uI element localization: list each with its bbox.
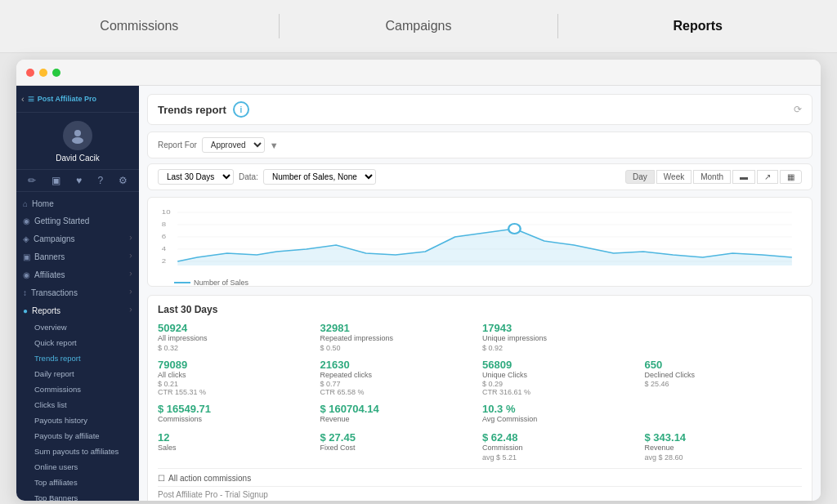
stat-sub-unique-impressions: $ 0.92 (482, 344, 640, 352)
stat-sub-all-impressions: $ 0.32 (158, 344, 316, 352)
submenu-quick-report[interactable]: Quick report (16, 335, 139, 350)
stat-label-all-impressions: All impressions (158, 334, 316, 344)
stat-fixed-cost: $ 27.45 Fixed Cost (320, 431, 478, 462)
stat-value-repeated-impressions: 32981 (320, 322, 478, 334)
submenu-payouts-by-affiliate[interactable]: Payouts by affiliate (16, 428, 139, 444)
stat-empty-1 (645, 322, 803, 352)
date-range-select[interactable]: Last 30 Days (158, 169, 234, 185)
sidebar-item-reports[interactable]: ● Reports (16, 301, 139, 319)
sidebar-header: ‹ ≡ Post Affiliate Pro (16, 86, 139, 113)
back-icon[interactable]: ‹ (21, 94, 25, 104)
stat-commission-sale: $ 62.48 Commission avg $ 5.21 (482, 431, 640, 462)
submenu-payouts-history[interactable]: Payouts history (16, 413, 139, 428)
submenu-trends-report[interactable]: Trends report (16, 350, 139, 366)
sidebar-item-home[interactable]: ⌂ Home (16, 195, 139, 212)
home-icon: ⌂ (23, 199, 28, 208)
filter-icon[interactable]: ▼ (270, 140, 279, 150)
sidebar-nav: ⌂ Home ◉ Getting Started ◈ Campaigns ▣ B… (16, 192, 139, 501)
avatar-icon (69, 127, 86, 144)
sidebar-item-transactions[interactable]: ↕ Transactions (16, 283, 139, 301)
stat-label-repeated-clicks: Repeated clicks (320, 371, 478, 381)
svg-point-1 (72, 137, 83, 144)
stat-all-impressions: 50924 All impressions $ 0.32 (158, 322, 316, 352)
stat-label-unique-impressions: Unique impressions (482, 334, 640, 344)
nav-label-transactions: Transactions (31, 288, 78, 297)
data-label: Data: (239, 172, 258, 181)
sidebar-item-banners[interactable]: ▣ Banners (16, 248, 139, 265)
stat-label-declined-clicks: Declined Clicks (645, 371, 803, 381)
stat-value-revenue: $ 160704.14 (320, 403, 478, 415)
reports-icon: ● (23, 306, 28, 315)
nav-label-getting-started: Getting Started (34, 216, 89, 225)
nav-label-home: Home (32, 199, 54, 208)
stat-label-avg-commission: Avg Commission (482, 415, 640, 425)
page-title-row: Trends report i (158, 101, 249, 118)
submenu-online-users[interactable]: Online users (16, 459, 139, 475)
sidebar-toolbar: ✏ ▣ ♥ ? ⚙ (16, 170, 139, 192)
submenu-top-banners[interactable]: Top Banners (16, 490, 139, 501)
stat-avg-commission: 10.3 % Avg Commission (482, 403, 640, 425)
stat-all-clicks: 79089 All clicks $ 0.21 CTR 155.31 % (158, 359, 316, 397)
sidebar-item-campaigns[interactable]: ◈ Campaigns (16, 230, 139, 248)
stat-label-sales: Sales (158, 444, 316, 453)
submenu-overview[interactable]: Overview (16, 319, 139, 335)
filter-select[interactable]: Approved (202, 137, 265, 153)
data-type-select[interactable]: Number of Sales, None (263, 169, 376, 185)
chart-btn-month[interactable]: Month (693, 170, 731, 184)
info-icon[interactable]: i (233, 101, 249, 118)
chart-btn-bar[interactable]: ▬ (732, 170, 755, 184)
stat-label-fixed-cost: Fixed Cost (320, 444, 478, 453)
submenu-top-affiliates[interactable]: Top affiliates (16, 475, 139, 490)
chart-btn-area[interactable]: ▦ (780, 170, 802, 184)
page-header: Trends report i ⟳ (147, 94, 812, 125)
stat-value-fixed-cost: $ 27.45 (320, 431, 478, 444)
svg-text:4: 4 (162, 245, 166, 252)
submenu-commissions[interactable]: Commissions (16, 381, 139, 397)
stat-label-all-clicks: All clicks (158, 371, 316, 381)
nav-label-affiliates: Affiliates (34, 270, 65, 279)
stat-value-all-clicks: 79089 (158, 359, 316, 371)
data-row: Last 30 Days Data: Number of Sales, None… (147, 163, 812, 190)
edit-icon[interactable]: ✏ (28, 175, 36, 186)
sidebar-item-getting-started[interactable]: ◉ Getting Started (16, 212, 139, 230)
stats-section: Last 30 Days 50924 All impressions $ 0.3… (147, 295, 812, 501)
stat-value-declined-clicks: 650 (645, 359, 803, 371)
top-tabs: Commissions Campaigns Reports (0, 0, 837, 53)
legend-line (174, 282, 190, 283)
submenu-daily-report[interactable]: Daily report (16, 366, 139, 381)
refresh-icon[interactable]: ⟳ (794, 104, 802, 115)
heart-icon[interactable]: ♥ (76, 175, 82, 186)
dot-yellow[interactable] (39, 69, 47, 77)
svg-point-12 (508, 224, 521, 234)
browser-window: ‹ ≡ Post Affiliate Pro David Cacik ✏ ▣ ♥… (16, 60, 821, 501)
stat-sub-revenue-sale: avg $ 28.60 (645, 453, 803, 462)
tab-campaigns[interactable]: Campaigns (280, 11, 558, 42)
settings-icon[interactable]: ⚙ (119, 175, 128, 186)
stat-value-unique-clicks: 56809 (482, 359, 640, 371)
nav-label-campaigns: Campaigns (34, 234, 75, 243)
sidebar-item-affiliates[interactable]: ◉ Affiliates (16, 265, 139, 283)
affiliates-icon: ◉ (23, 270, 30, 279)
stat-sub-all-clicks: $ 0.21 CTR 155.31 % (158, 380, 316, 396)
stat-value-revenue-sale: $ 343.14 (645, 431, 803, 444)
chart-btn-line[interactable]: ↗ (757, 170, 778, 184)
submenu-clicks-list[interactable]: Clicks list (16, 397, 139, 413)
stat-value-avg-commission: 10.3 % (482, 403, 640, 415)
monitor-icon[interactable]: ▣ (51, 175, 60, 186)
chart-type-buttons: Day Week Month ▬ ↗ ▦ (625, 170, 802, 184)
tab-reports[interactable]: Reports (558, 11, 837, 42)
chart-btn-week[interactable]: Week (656, 170, 692, 184)
svg-text:8: 8 (162, 221, 166, 228)
stat-empty-2 (645, 403, 803, 425)
tab-commissions[interactable]: Commissions (0, 11, 279, 42)
help-icon[interactable]: ? (97, 175, 103, 186)
dot-red[interactable] (26, 69, 34, 77)
dot-green[interactable] (52, 69, 60, 77)
stat-commissions: $ 16549.71 Commissions (158, 403, 316, 425)
svg-point-0 (74, 130, 81, 136)
chart-btn-day[interactable]: Day (625, 170, 655, 184)
submenu-sum-payouts[interactable]: Sum payouts to affiliates (16, 444, 139, 459)
legend-label: Number of Sales (194, 279, 248, 287)
all-action-commissions-link[interactable]: ☐ All action commissions (158, 474, 802, 483)
stat-sub-declined-clicks: $ 25.46 (645, 380, 803, 388)
